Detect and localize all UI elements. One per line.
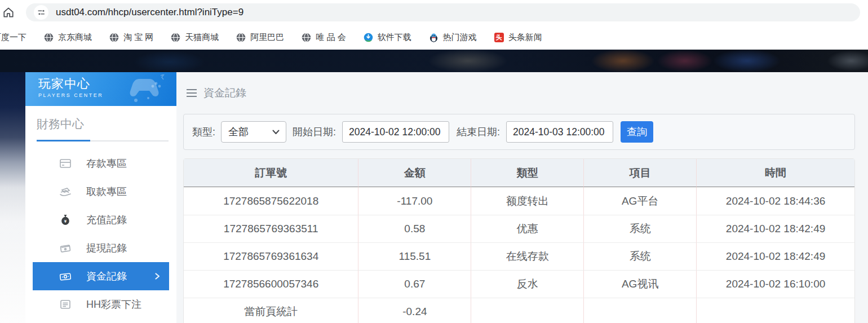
- sidebar-item-withdrawal-record[interactable]: 提現記錄: [33, 234, 169, 262]
- sidebar-item-recharge-record[interactable]: ¥ 充值記錄: [33, 206, 169, 234]
- order-no-cell: 1727856600057346: [184, 270, 358, 298]
- bookmark-taobao[interactable]: 淘 宝 网: [109, 32, 153, 43]
- banknote-icon: [59, 269, 72, 283]
- table-row: 1727865769363511 0.58 优惠 系统 2024-10-02 1…: [184, 215, 854, 242]
- time-cell: [696, 298, 854, 323]
- withdraw-hand-icon: [59, 185, 72, 198]
- order-no-cell: 1727865769363511: [184, 215, 358, 242]
- bookmark-vip[interactable]: 唯 品 会: [302, 32, 346, 43]
- bookmarks-bar: 百度一下 京东商城 淘 宝 网 天猫商城 阿里巴巴 唯 品 会 软件下载 热门游…: [0, 25, 868, 50]
- item-cell: AG视讯: [583, 270, 696, 298]
- software-download-icon: [364, 33, 373, 42]
- site-info-icon[interactable]: [34, 5, 48, 20]
- sidebar-item-hh-lottery-bets[interactable]: HH彩票下注: [33, 290, 169, 318]
- end-date-input[interactable]: [506, 121, 613, 143]
- header-amount: 金額: [358, 159, 471, 187]
- type-label: 類型:: [192, 125, 215, 139]
- bookmark-news[interactable]: 头 头条新闻: [494, 32, 542, 43]
- order-no-cell: 1727865875622018: [184, 187, 358, 215]
- bookmark-label: 软件下载: [378, 32, 411, 43]
- time-cell: 2024-10-02 18:42:49: [696, 242, 854, 270]
- header-time: 時間: [696, 159, 854, 187]
- globe-icon: [44, 33, 54, 42]
- amount-cell: -117.00: [358, 187, 471, 215]
- menu-toggle-icon[interactable]: [186, 88, 197, 98]
- bookmark-label: 阿里巴巴: [250, 32, 284, 43]
- sidebar-section-title: 財務中心: [37, 116, 169, 132]
- bookmark-label: 京东商城: [58, 32, 92, 43]
- sidebar-item-label: HH彩票下注: [86, 298, 141, 311]
- bookmark-label: 百度一下: [0, 32, 26, 43]
- penguin-icon: [429, 33, 439, 42]
- item-cell: [583, 298, 696, 323]
- players-center-header: 玩家中心 PLAYERS CENTER: [25, 72, 176, 106]
- main-content: 資金記錄 類型: 全部 開始日期: 結束日期: 查詢 訂單號 金額 類型 項目: [176, 72, 868, 323]
- amount-cell: 0.67: [358, 270, 471, 298]
- svg-text:¥: ¥: [64, 219, 67, 224]
- browser-toolbar: usdt04.com/hhcp/usercenter.html?iniType=…: [0, 0, 868, 25]
- amount-cell: -0.24: [358, 298, 471, 323]
- funds-table: 訂單號 金額 類型 項目 時間 1727865875622018 -117.00…: [183, 158, 855, 323]
- type-cell: 反水: [471, 270, 583, 298]
- list-icon: [59, 298, 72, 311]
- amount-cell: 0.58: [358, 215, 471, 242]
- query-button[interactable]: 查詢: [621, 121, 653, 143]
- chevron-down-icon: [272, 130, 280, 135]
- amount-cell: 115.51: [358, 242, 471, 270]
- order-no-cell: 1727865769361634: [184, 242, 358, 270]
- home-icon[interactable]: [1, 5, 16, 20]
- start-date-input[interactable]: [342, 121, 449, 143]
- sidebar-item-deposit-zone[interactable]: 存款專區: [33, 149, 169, 178]
- moneybag-icon: ¥: [59, 213, 72, 227]
- bookmark-label: 唯 品 会: [316, 32, 346, 43]
- wallet-icon: [59, 241, 72, 255]
- globe-icon: [171, 33, 180, 42]
- sidebar-item-label: 存款專區: [86, 157, 127, 170]
- bookmark-jd[interactable]: 京东商城: [44, 32, 92, 43]
- globe-icon: [109, 33, 119, 42]
- bookmark-baidu[interactable]: 百度一下: [0, 32, 26, 43]
- globe-icon: [302, 33, 311, 42]
- table-row: 1727865769361634 115.51 在线存款 系统 2024-10-…: [184, 242, 854, 270]
- sidebar: 玩家中心 PLAYERS CENTER 財務中心 存款專區 取款專區 ¥ 充值記…: [25, 72, 176, 323]
- bookmark-software[interactable]: 软件下载: [364, 32, 411, 43]
- time-cell: 2024-10-02 18:42:49: [696, 215, 854, 242]
- type-cell: [471, 298, 583, 323]
- sidebar-item-funds-record[interactable]: 資金記錄: [33, 262, 169, 290]
- bookmark-label: 热门游戏: [443, 32, 477, 43]
- deposit-card-icon: [59, 157, 72, 170]
- sidebar-item-withdraw-zone[interactable]: 取款專區: [33, 178, 169, 206]
- address-bar[interactable]: usdt04.com/hhcp/usercenter.html?iniType=…: [26, 3, 860, 21]
- sidebar-item-label: 充值記錄: [86, 213, 127, 227]
- start-date-label: 開始日期:: [293, 125, 336, 139]
- item-cell: AG平台: [583, 187, 696, 215]
- header-order-no: 訂單號: [184, 159, 358, 187]
- summary-label-cell: 當前頁統計: [184, 298, 358, 323]
- sidebar-section: 財務中心: [25, 106, 176, 141]
- page-title-row: 資金記錄: [176, 72, 868, 114]
- header-type: 類型: [471, 159, 583, 187]
- bookmark-label: 淘 宝 网: [123, 32, 153, 43]
- bookmark-games[interactable]: 热门游戏: [429, 32, 477, 43]
- toutiao-icon: 头: [494, 33, 504, 42]
- type-cell: 在线存款: [471, 242, 583, 270]
- time-cell: 2024-10-02 16:10:00: [696, 270, 854, 298]
- type-cell: 优惠: [471, 215, 583, 242]
- type-cell: 额度转出: [471, 187, 583, 215]
- bookmark-tmall[interactable]: 天猫商城: [171, 32, 219, 43]
- url-text: usdt04.com/hhcp/usercenter.html?iniType=…: [56, 7, 243, 18]
- page-title: 資金記錄: [203, 86, 246, 100]
- bookmark-alibaba[interactable]: 阿里巴巴: [236, 32, 284, 43]
- table-row: 1727856600057346 0.67 反水 AG视讯 2024-10-02…: [184, 270, 854, 298]
- table-header-row: 訂單號 金額 類型 項目 時間: [184, 159, 854, 187]
- sidebar-item-label: 取款專區: [86, 185, 127, 198]
- sidebar-item-label: 資金記錄: [86, 269, 127, 283]
- page-background: [0, 72, 25, 323]
- bookmark-label: 头条新闻: [508, 32, 542, 43]
- table-summary-row: 當前頁統計 -0.24: [184, 298, 854, 323]
- filter-panel: 類型: 全部 開始日期: 結束日期: 查詢: [183, 114, 855, 150]
- promo-banner: [0, 50, 868, 72]
- type-select[interactable]: 全部: [221, 121, 286, 143]
- time-cell: 2024-10-02 18:44:36: [696, 187, 854, 215]
- header-item: 項目: [583, 159, 696, 187]
